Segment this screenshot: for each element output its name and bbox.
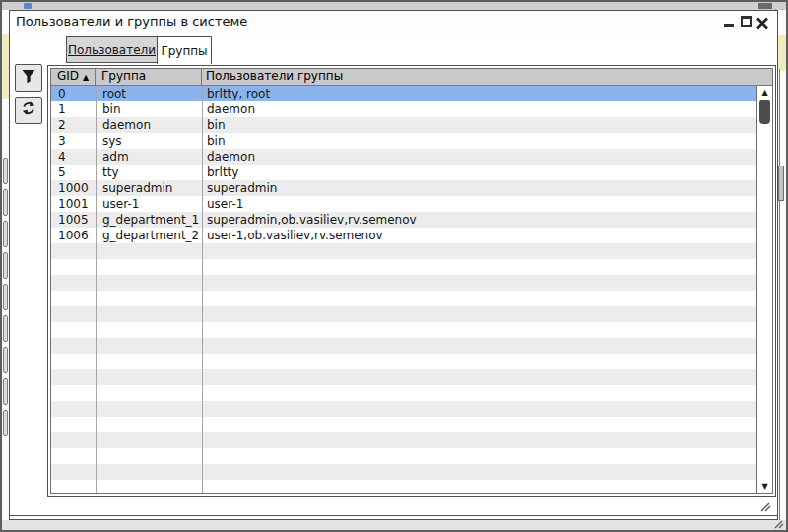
table-row-empty xyxy=(51,464,756,480)
background-mini-button[interactable] xyxy=(3,347,8,373)
window-resize-grip[interactable] xyxy=(757,499,772,513)
background-mini-button[interactable] xyxy=(3,189,8,216)
table-cell: 5 xyxy=(51,165,96,180)
table-row[interactable]: 4admdaemon xyxy=(51,149,756,165)
background-scrollbar-thumb[interactable] xyxy=(778,166,784,201)
table-cell: daemon xyxy=(202,101,756,117)
background-yellow-panel xyxy=(778,35,786,71)
table-cell: user-1 xyxy=(96,196,202,212)
table-row-empty xyxy=(51,369,756,385)
table-row-empty xyxy=(51,259,756,275)
outer-window-bottom-bar xyxy=(2,520,786,530)
table-cell: 2 xyxy=(51,117,96,133)
table-row[interactable]: 1000superadminsuperadmin xyxy=(51,180,756,196)
scrollbar-thumb[interactable] xyxy=(759,100,770,124)
background-mini-button[interactable] xyxy=(3,284,8,310)
table-row-empty xyxy=(51,338,756,354)
refresh-button[interactable] xyxy=(15,97,42,124)
table-cell: 1006 xyxy=(51,228,96,243)
scroll-down-icon[interactable]: ▼ xyxy=(757,480,772,493)
table-row[interactable]: 5ttybrltty xyxy=(51,165,756,180)
table-row-empty xyxy=(51,243,756,259)
table-cell: adm xyxy=(96,149,202,165)
table-row-empty xyxy=(51,480,756,494)
outer-resize-grip[interactable] xyxy=(771,520,784,529)
table-row[interactable]: 2daemonbin xyxy=(51,117,756,133)
table-row-empty xyxy=(51,354,756,369)
column-header-users[interactable]: Пользователи группы xyxy=(202,69,772,85)
table-row-empty xyxy=(51,448,756,464)
table-cell: 1005 xyxy=(51,212,96,228)
table-row[interactable]: 1bindaemon xyxy=(51,101,756,117)
table-cell: g_department_2 xyxy=(96,228,202,243)
table-cell: root xyxy=(96,86,202,101)
table-cell: tty xyxy=(96,165,202,180)
column-divider xyxy=(202,86,203,493)
table-cell: brltty, root xyxy=(202,86,756,101)
background-mini-button[interactable] xyxy=(3,221,8,247)
filter-button[interactable] xyxy=(15,64,42,92)
table-row-empty xyxy=(51,306,756,322)
filter-funnel-icon xyxy=(21,69,36,88)
table-cell: user-1 xyxy=(202,196,756,212)
table-row[interactable]: 1006g_department_2user-1,ob.vasiliev,rv.… xyxy=(51,228,756,243)
table-cell: sys xyxy=(96,133,202,149)
table-row-empty xyxy=(51,291,756,306)
scroll-up-icon[interactable]: ▲ xyxy=(757,86,772,99)
users-groups-window: Пользователи и группы в системе Пользова… xyxy=(9,10,778,520)
table-cell: 3 xyxy=(51,133,96,149)
table-row-empty xyxy=(51,417,756,432)
close-icon[interactable] xyxy=(755,15,769,28)
background-window-left-strip xyxy=(2,10,9,520)
table-cell: brltty xyxy=(202,165,756,180)
maximize-icon[interactable] xyxy=(741,16,752,27)
vertical-scrollbar[interactable]: ▲ ▼ xyxy=(756,86,772,493)
sort-ascending-icon: ▲ xyxy=(83,73,89,82)
column-divider xyxy=(96,86,97,493)
table-cell: superadmin,ob.vasiliev,rv.semenov xyxy=(202,212,756,228)
table-cell: bin xyxy=(202,117,756,133)
outer-close-icon[interactable] xyxy=(774,2,785,10)
table-cell: 0 xyxy=(51,86,96,101)
groups-table-viewport: GID▲ Группа Пользователи группы 0rootbrl… xyxy=(50,68,773,494)
table-row-empty xyxy=(51,385,756,401)
table-body: 0rootbrltty, root1bindaemon2daemonbin3sy… xyxy=(51,86,756,493)
column-header-gid[interactable]: GID▲ xyxy=(51,69,96,85)
table-header: GID▲ Группа Пользователи группы xyxy=(51,69,772,86)
table-row[interactable]: 3sysbin xyxy=(51,133,756,149)
window-titlebar[interactable]: Пользователи и группы в системе xyxy=(10,11,777,33)
table-cell: daemon xyxy=(96,117,202,133)
background-mini-button[interactable] xyxy=(3,410,8,436)
table-cell: daemon xyxy=(202,149,756,165)
table-cell: bin xyxy=(96,101,202,117)
tab-groups-label: Группы xyxy=(161,44,207,58)
column-header-group[interactable]: Группа xyxy=(96,69,202,85)
refresh-icon xyxy=(21,100,36,120)
table-row-empty xyxy=(51,432,756,448)
window-title: Пользователи и группы в системе xyxy=(16,14,247,29)
outer-maximize-button[interactable] xyxy=(758,3,772,9)
background-mini-button[interactable] xyxy=(3,252,8,279)
table-cell: g_department_1 xyxy=(96,212,202,228)
tab-users[interactable]: Пользователи xyxy=(66,36,158,63)
table-row[interactable]: 0rootbrltty, root xyxy=(51,86,756,101)
table-row[interactable]: 1005g_department_1superadmin,ob.vasiliev… xyxy=(51,212,756,228)
desktop-background: Пользователи и группы в системе Пользова… xyxy=(0,0,788,532)
app-icon xyxy=(24,3,32,9)
table-row[interactable]: 1001user-1user-1 xyxy=(51,196,756,212)
table-cell: superadmin xyxy=(96,180,202,196)
table-cell: 1 xyxy=(51,101,96,117)
minimize-icon[interactable] xyxy=(724,24,734,27)
table-cell: user-1,ob.vasiliev,rv.semenov xyxy=(202,228,756,243)
outer-window-titlebar xyxy=(2,2,786,10)
table-row-empty xyxy=(51,322,756,338)
background-mini-button[interactable] xyxy=(3,378,8,405)
table-cell: superadmin xyxy=(202,180,756,196)
tab-groups[interactable]: Группы xyxy=(157,36,212,64)
groups-table: GID▲ Группа Пользователи группы 0rootbrl… xyxy=(47,65,776,497)
table-cell: bin xyxy=(202,133,756,149)
background-mini-button[interactable] xyxy=(3,158,8,184)
table-row-empty xyxy=(51,275,756,291)
background-mini-button[interactable] xyxy=(3,315,8,342)
table-cell: 1001 xyxy=(51,196,96,212)
